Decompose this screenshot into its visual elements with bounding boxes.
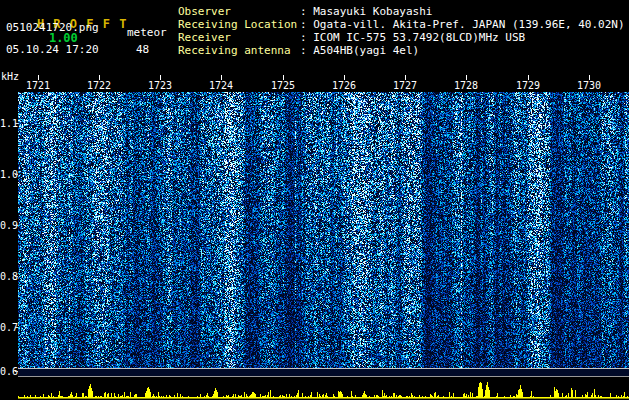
info-row-observer: ObserverMasayuki Kobayashi — [178, 5, 625, 18]
x-tick-label: 1725 — [271, 80, 295, 91]
output-filename: 0510241720.png — [6, 21, 99, 34]
x-tick-label: 1722 — [87, 80, 111, 91]
x-tick-label: 1726 — [332, 80, 356, 91]
info-label: Receiver — [178, 31, 300, 44]
x-tick-label: 1727 — [393, 80, 417, 91]
hrofft-screen: H R O F F T 1.00 0510241720.png meteor 0… — [0, 0, 629, 400]
y-tick-label: 0.9 — [0, 220, 15, 231]
x-tick-label: 1729 — [516, 80, 540, 91]
x-tick-label: 1728 — [454, 80, 478, 91]
timestamp: 05.10.24 17:20 — [6, 43, 99, 56]
y-tick-label: 0.6 — [0, 366, 15, 377]
info-label: Receiving Location — [178, 18, 300, 31]
info-row-location: Receiving LocationOgata-vill. Akita-Pref… — [178, 18, 625, 31]
info-value: Ogata-vill. Akita-Pref. JAPAN (139.96E, … — [300, 18, 625, 31]
station-info: ObserverMasayuki Kobayashi Receiving Loc… — [178, 5, 625, 57]
y-tick-label: 0.7 — [0, 322, 15, 333]
info-label: Observer — [178, 5, 300, 18]
info-row-antenna: Receiving antennaA504HB(yagi 4el) — [178, 44, 625, 57]
y-tick-label: 1.0 — [0, 169, 15, 180]
x-tick-label: 1730 — [577, 80, 601, 91]
info-row-receiver: ReceiverICOM IC-575 53.7492(8LCD)MHz USB — [178, 31, 625, 44]
x-tick-label: 1724 — [209, 80, 233, 91]
frequency-marker-band — [18, 368, 629, 377]
info-value: ICOM IC-575 53.7492(8LCD)MHz USB — [300, 31, 525, 44]
mode-label: meteor — [127, 26, 167, 39]
file-counter: 48 — [136, 43, 149, 56]
x-tick-label: 1721 — [26, 80, 50, 91]
spectrogram-canvas — [18, 92, 629, 368]
info-value: A504HB(yagi 4el) — [300, 44, 419, 57]
info-label: Receiving antenna — [178, 44, 300, 57]
y-tick-label: 0.8 — [0, 271, 15, 282]
y-tick-label: 1.1 — [0, 118, 15, 129]
signal-level-canvas — [18, 377, 629, 400]
y-axis-unit: kHz — [1, 71, 19, 82]
info-value: Masayuki Kobayashi — [300, 5, 432, 18]
x-tick-label: 1723 — [148, 80, 172, 91]
